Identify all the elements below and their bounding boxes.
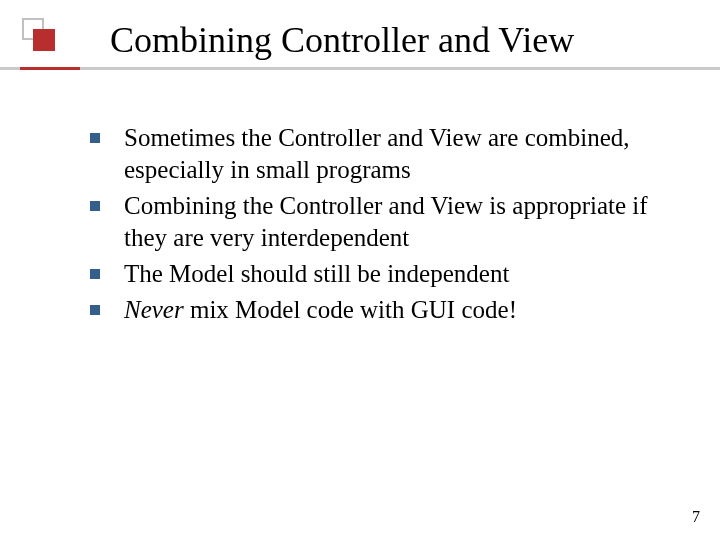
square-bullet-icon [90,133,100,143]
list-item: Combining the Controller and View is app… [90,190,670,254]
bullet-list: Sometimes the Controller and View are co… [90,122,670,326]
list-item: Sometimes the Controller and View are co… [90,122,670,186]
list-item: The Model should still be independent [90,258,670,290]
slide-header: Combining Controller and View [0,0,720,70]
title-decoration [22,18,55,51]
square-bullet-icon [90,201,100,211]
bullet-text: Never mix Model code with GUI code! [124,294,517,326]
page-number: 7 [692,508,700,526]
bullet-text-rest: mix Model code with GUI code! [184,296,517,323]
bullet-text: Sometimes the Controller and View are co… [124,122,670,186]
slide-title: Combining Controller and View [0,20,720,61]
bullet-text: Combining the Controller and View is app… [124,190,670,254]
bullet-text: The Model should still be independent [124,258,509,290]
square-bullet-icon [90,269,100,279]
underline-gray [0,67,720,70]
title-underline [0,67,720,70]
square-bullet-icon [90,305,100,315]
italic-word: Never [124,296,184,323]
underline-red [20,67,80,70]
decoration-square-fill [33,29,55,51]
content-area: Sometimes the Controller and View are co… [0,70,720,326]
list-item: Never mix Model code with GUI code! [90,294,670,326]
